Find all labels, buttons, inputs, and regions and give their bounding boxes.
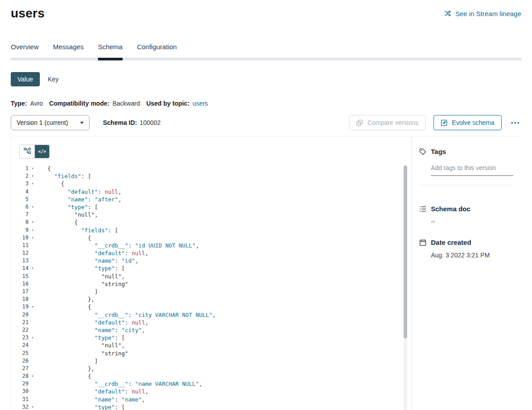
schema-id: Schema ID: 100002	[103, 119, 161, 126]
code-lines: 1▾{2▾ "fields": [3▾ {4 "default": null,5…	[11, 165, 411, 410]
fold-toggle-icon[interactable]: ▾	[29, 265, 37, 272]
code-view-button[interactable]: </>	[34, 145, 49, 158]
code-line: 26 ]	[11, 357, 411, 365]
fold-gutter	[29, 196, 37, 203]
code-line: 15 "null",	[11, 273, 411, 280]
page-title: users	[11, 6, 45, 21]
date-created-section: Date created Aug. 3 2022 3:21 PM	[419, 239, 513, 259]
line-number: 26	[11, 357, 29, 365]
fold-gutter	[29, 396, 37, 403]
date-created-value: Aug. 3 2022 3:21 PM	[431, 252, 513, 259]
fold-gutter	[29, 242, 37, 249]
code-text: ]	[37, 288, 98, 295]
scrollbar-thumb[interactable]	[404, 166, 407, 338]
line-number: 3	[11, 180, 29, 188]
fold-gutter	[29, 249, 37, 257]
code-text: {	[37, 180, 64, 188]
fold-toggle-icon[interactable]: ▾	[29, 334, 37, 342]
version-select[interactable]: Version 1 (current)	[11, 115, 89, 130]
topic-link[interactable]: users	[192, 100, 208, 107]
line-number: 17	[11, 288, 29, 295]
code-text: "name": "after",	[37, 196, 122, 203]
tag-icon	[419, 148, 426, 155]
fold-gutter	[29, 257, 37, 265]
code-line: 6▾ "type": [	[11, 203, 411, 211]
code-line: 30 "default": null,	[11, 388, 411, 395]
compare-versions-button[interactable]: Compare versions	[349, 115, 426, 130]
fold-toggle-icon[interactable]: ▾	[29, 165, 37, 172]
code-text: {	[37, 165, 51, 172]
fold-toggle-icon[interactable]: ▾	[29, 172, 37, 180]
fold-toggle-icon[interactable]: ▾	[29, 372, 37, 380]
fold-gutter	[29, 288, 37, 295]
code-text: {	[37, 218, 78, 226]
schema-editor-panel: </> 1▾{2▾ "fields": [3▾ {4 "default": nu…	[11, 137, 411, 410]
fold-toggle-icon[interactable]: ▾	[29, 203, 37, 211]
compare-versions-label: Compare versions	[367, 119, 418, 126]
code-line: 22 "name": "city",	[11, 326, 411, 334]
editor-scrollbar[interactable]	[404, 165, 407, 410]
copy-icon	[356, 119, 363, 126]
line-number: 13	[11, 257, 29, 265]
fold-toggle-icon[interactable]: ▾	[29, 234, 37, 242]
key-toggle-button[interactable]: Key	[46, 72, 60, 86]
code-text: "__crdb__": "name VARCHAR NULL",	[37, 380, 202, 388]
schema-id-label: Schema ID:	[103, 119, 137, 126]
sidebar-divider	[419, 185, 513, 185]
evolve-schema-button[interactable]: Evolve schema	[434, 115, 502, 130]
list-icon	[419, 205, 426, 213]
add-tags-input[interactable]	[431, 162, 513, 176]
code-text: {	[37, 372, 91, 380]
fold-gutter	[29, 342, 37, 349]
type-value: Avro	[30, 100, 43, 107]
code-text: "default": null,	[37, 188, 122, 196]
fold-toggle-icon[interactable]: ▾	[29, 403, 37, 410]
stream-lineage-link[interactable]: See in Stream lineage	[444, 10, 521, 17]
tree-view-button[interactable]	[20, 145, 34, 158]
code-text: "type": [	[37, 203, 98, 211]
schema-doc-value: --	[431, 218, 513, 225]
more-menu-button[interactable]: ⋯	[510, 118, 521, 127]
line-number: 30	[11, 388, 29, 395]
code-text: {	[37, 234, 91, 242]
line-number: 32	[11, 403, 29, 410]
line-number: 12	[11, 249, 29, 257]
code-text: "null",	[37, 273, 125, 280]
date-created-title: Date created	[431, 239, 471, 246]
tab-overview[interactable]: Overview	[11, 38, 39, 60]
tab-bar: Overview Messages Schema Configuration	[11, 38, 521, 60]
code-text: "__crdb__": "id UUID NOT NULL",	[37, 242, 199, 249]
compatibility-label: Compatibility mode:	[49, 100, 110, 107]
editor-view-toggle: </>	[19, 145, 50, 158]
code-line: 17 ]	[11, 288, 411, 295]
code-text: },	[37, 295, 94, 303]
code-area: 1▾{2▾ "fields": [3▾ {4 "default": null,5…	[11, 165, 411, 410]
edit-box-icon	[441, 119, 448, 126]
tab-configuration[interactable]: Configuration	[137, 38, 177, 60]
code-line: 4 "default": null,	[11, 188, 411, 196]
value-key-toggle: Value Key	[11, 72, 521, 86]
line-number: 11	[11, 242, 29, 249]
fold-toggle-icon[interactable]: ▾	[29, 218, 37, 226]
fold-gutter	[29, 211, 37, 218]
code-line: 19▾ {	[11, 303, 411, 311]
schema-content: </> 1▾{2▾ "fields": [3▾ {4 "default": nu…	[11, 136, 521, 410]
code-line: 24 "null",	[11, 342, 411, 349]
code-text: "null",	[37, 211, 98, 218]
page-header: users See in Stream lineage	[11, 4, 521, 22]
schema-doc-section: Schema doc --	[419, 205, 513, 225]
tab-schema[interactable]: Schema	[98, 38, 123, 60]
value-toggle-button[interactable]: Value	[11, 72, 40, 86]
fold-gutter	[29, 380, 37, 388]
used-by-topic-label: Used by topic:	[146, 100, 189, 107]
fold-toggle-icon[interactable]: ▾	[29, 303, 37, 311]
line-number: 27	[11, 365, 29, 372]
fold-gutter	[29, 188, 37, 196]
fold-toggle-icon[interactable]: ▾	[29, 180, 37, 188]
tab-messages[interactable]: Messages	[53, 38, 84, 60]
fold-toggle-icon[interactable]: ▾	[29, 226, 37, 234]
code-text: "fields": [	[37, 172, 91, 180]
line-number: 6	[11, 203, 29, 211]
schema-sidebar: Tags Schema doc --	[411, 137, 521, 410]
line-number: 25	[11, 350, 29, 357]
